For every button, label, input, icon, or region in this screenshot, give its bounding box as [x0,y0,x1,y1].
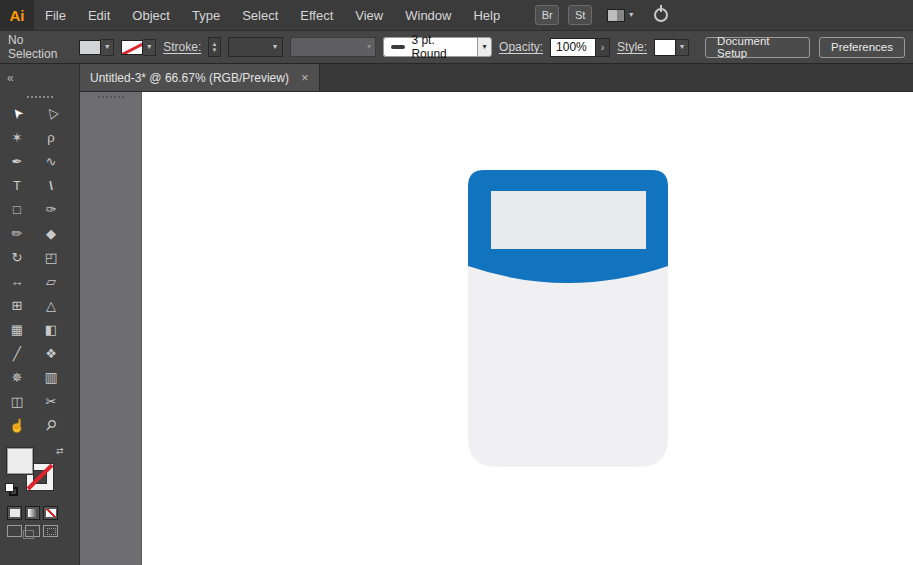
tool-magic-wand[interactable]: ✶ [0,125,34,149]
artboard-canvas[interactable] [142,92,913,565]
type-tool-icon: T [13,179,21,192]
tool-type[interactable]: T [0,173,34,197]
opacity-input[interactable]: 100% [550,38,596,57]
default-fill-icon [5,483,14,492]
gradient-button[interactable] [25,506,40,520]
tool-paintbrush[interactable]: ✑ [34,197,68,221]
opacity-field-group: 100% › [550,38,610,57]
stroke-color-dropdown[interactable]: ▾ [121,39,156,56]
opacity-panel-link[interactable]: Opacity: [499,40,543,54]
menu-effect[interactable]: Effect [289,0,344,30]
stock-button[interactable]: St [568,5,592,25]
line-tool-icon: \ [49,179,53,192]
menu-select[interactable]: Select [231,0,289,30]
tool-perspective-grid[interactable]: △ [34,293,68,317]
menu-file[interactable]: File [34,0,77,30]
close-tab-icon[interactable]: × [301,70,309,85]
workspace-switcher[interactable]: ▾ [607,9,633,22]
draw-behind-button[interactable] [25,525,40,537]
zoom-tool-icon: ⚲ [43,416,60,433]
document-setup-button[interactable]: Document Setup [705,37,810,58]
fill-indicator[interactable] [7,448,33,474]
brush-definition-select[interactable]: 3 pt. Round ▾ [383,37,492,57]
tool-column-graph[interactable]: ▥ [34,365,68,389]
tool-pencil[interactable]: ✏ [0,221,34,245]
direct-selection-tool-icon: ▷ [43,105,59,121]
menu-edit[interactable]: Edit [77,0,121,30]
drawing-mode-buttons [0,525,79,537]
panel-grip-handle[interactable] [0,92,79,101]
curvature-tool-icon: ∿ [46,155,57,168]
style-panel-link[interactable]: Style: [617,40,647,54]
collapse-panel-button[interactable]: « [7,71,14,85]
tool-gradient[interactable]: ◧ [34,317,68,341]
default-fill-stroke-button[interactable] [5,483,19,497]
selection-tool-icon: ➤ [9,105,26,122]
draw-normal-button[interactable] [7,525,22,537]
tool-blend[interactable]: ❖ [34,341,68,365]
bridge-button[interactable]: Br [535,5,559,25]
draw-inside-button[interactable] [43,525,58,537]
collapsed-panel-dock [80,92,142,565]
menu-view[interactable]: View [344,0,394,30]
stroke-weight-stepper[interactable]: ▲ ▼ [208,37,220,57]
dock-grip-handle[interactable] [80,92,141,101]
tool-eyedropper[interactable]: ╱ [0,341,34,365]
work-area [80,92,913,565]
menu-object[interactable]: Object [121,0,181,30]
preferences-button[interactable]: Preferences [819,37,905,58]
opacity-arrow-button[interactable]: › [596,38,610,57]
tool-lasso[interactable]: ρ [34,125,68,149]
chevron-down-icon: ▾ [680,43,684,51]
control-bar: No Selection ▾ ▾ Stroke: ▲ ▼ ▾ ▾ 3 pt. R… [0,30,913,64]
graphic-style-dropdown[interactable]: ▾ [654,39,689,56]
stroke-none-swatch [121,40,143,55]
stroke-weight-select[interactable]: ▾ [228,37,283,57]
tool-pen[interactable]: ✒ [0,149,34,173]
stroke-panel-link[interactable]: Stroke: [163,40,201,54]
tool-rotate[interactable]: ↻ [0,245,34,269]
chevron-down-icon: ▾ [629,11,633,19]
tool-rectangle[interactable]: □ [0,197,34,221]
tool-scale[interactable]: ◰ [34,245,68,269]
color-button[interactable] [7,506,22,520]
tool-width[interactable]: ↔ [0,269,34,293]
tool-artboard[interactable]: ◫ [0,389,34,413]
eyedropper-tool-icon: ╱ [13,347,21,360]
tool-free-transform[interactable]: ▱ [34,269,68,293]
swap-fill-stroke-icon[interactable]: ⇄ [56,446,64,456]
tool-shape-builder[interactable]: ⊞ [0,293,34,317]
chevron-down-icon: ▾ [483,43,487,51]
eraser-tool-icon: ◆ [46,227,56,240]
menu-help[interactable]: Help [462,0,511,30]
jar-label-shape[interactable] [491,191,646,249]
variable-width-profile-select[interactable]: ▾ [290,37,377,57]
gpu-performance-icon[interactable] [654,8,668,22]
menubar-right-group: Br St ▾ [535,5,668,25]
tool-slice[interactable]: ✂ [34,389,68,413]
tool-zoom[interactable]: ⚲ [34,413,68,437]
tool-symbol-sprayer[interactable]: ✵ [0,365,34,389]
fill-color-dropdown[interactable]: ▾ [79,39,114,56]
tool-mesh[interactable]: ▦ [0,317,34,341]
fill-stroke-indicator: ⇄ [0,445,68,501]
none-button[interactable] [43,506,58,520]
color-icon [10,509,20,517]
tool-curvature[interactable]: ∿ [34,149,68,173]
document-tab[interactable]: Untitled-3* @ 66.67% (RGB/Preview) × [80,64,320,91]
symbol-sprayer-tool-icon: ✵ [12,371,23,384]
chevron-down-icon: ▾ [367,43,371,51]
tool-hand[interactable]: ☝ [0,413,34,437]
magic-wand-tool-icon: ✶ [12,131,23,144]
column-graph-tool-icon: ▥ [44,370,57,384]
tool-eraser[interactable]: ◆ [34,221,68,245]
perspective-grid-tool-icon: △ [46,299,56,312]
tool-direct-selection[interactable]: ▷ [34,101,68,125]
menu-type[interactable]: Type [181,0,231,30]
tool-selection[interactable]: ➤ [0,101,34,125]
menu-window[interactable]: Window [394,0,462,30]
document-tab-title: Untitled-3* @ 66.67% (RGB/Preview) [90,71,289,85]
jar-body-shape[interactable] [468,262,668,467]
tool-line[interactable]: \ [34,173,68,197]
free-transform-tool-icon: ▱ [46,275,56,288]
